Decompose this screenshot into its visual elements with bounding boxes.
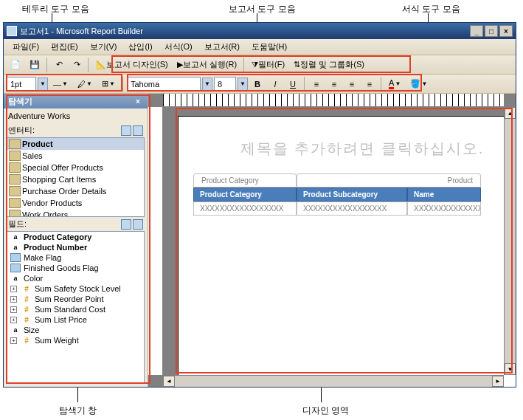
entity-item[interactable]: Work Orders (7, 209, 144, 217)
align-left-button[interactable]: ≡ (308, 77, 325, 92)
entity-item[interactable]: Shopping Cart Items (7, 173, 144, 185)
new-button[interactable]: 📄 (7, 58, 24, 72)
horizontal-ruler (163, 94, 504, 107)
title-placeholder[interactable]: 제목을 추가하려면 클릭하십시오. (179, 117, 516, 166)
explorer-close-icon[interactable]: × (133, 96, 143, 106)
entity-item[interactable]: Vendor Products (7, 197, 144, 209)
fields-view2-icon[interactable] (133, 219, 143, 230)
design-canvas: 제목을 추가하려면 클릭하십시오. Product Category Produ… (148, 94, 516, 387)
menubar: 파일(F) 편집(E) 보기(V) 삽입(I) 서식(O) 보고서(R) 도움말… (4, 39, 516, 55)
align-right-button[interactable]: ≡ (344, 77, 360, 92)
entity-list[interactable]: Product Sales Special Offer Products Sho… (7, 137, 145, 217)
border-color-button[interactable]: 🖊▼ (74, 77, 97, 92)
field-item[interactable]: aColor (7, 273, 144, 283)
fields-label-row: 필드: (4, 217, 148, 231)
field-item[interactable]: Make Flag (7, 252, 144, 263)
data-cell[interactable]: XXXXXXXXXXXXXXXXX (193, 202, 297, 216)
entity-item[interactable]: Purchase Order Details (7, 185, 144, 197)
menu-help[interactable]: 도움말(H) (246, 40, 293, 54)
entity-view-icon[interactable] (121, 125, 131, 136)
callout-design-area: 디자인 영역 (302, 404, 349, 417)
filter-button[interactable]: ⧩필터(F) (248, 58, 288, 72)
standard-toolbar: 📄 💾 ↶ ↷ 📐보고서 디자인(S) ▶보고서 실행(R) ⧩필터(F) ⇅정… (4, 55, 516, 75)
border-width-arrow[interactable]: ▼ (38, 78, 48, 91)
field-item[interactable]: aSize (7, 325, 144, 335)
menu-file[interactable]: 파일(F) (7, 40, 45, 54)
run-button[interactable]: ▶보고서 실행(R) (173, 58, 240, 72)
sort-group-button[interactable]: ⇅정렬 및 그룹화(S) (290, 58, 368, 72)
explorer-titlebar: 탐색기 × (4, 94, 148, 109)
format-toolbar-row: 1pt ▼ —▼ 🖊▼ ⊞▼ Tahoma ▼ 8 ▼ B I U ≡ ≡ ≡ … (4, 75, 516, 94)
italic-button[interactable]: I (267, 77, 283, 92)
entity-label-row: 엔터티: (4, 123, 148, 137)
close-button[interactable]: × (499, 25, 513, 37)
callout-explorer: 탐색기 창 (59, 404, 97, 417)
vertical-scrollbar[interactable]: ▲ ▼ (504, 107, 516, 375)
menu-edit[interactable]: 편집(E) (45, 40, 84, 54)
explorer-title: 탐색기 (8, 96, 32, 107)
data-cell[interactable]: XXXXXXXXXXXXXXX (407, 202, 481, 216)
design-button[interactable]: 📐보고서 디자인(S) (92, 58, 172, 72)
field-item[interactable]: aProduct Number (7, 242, 144, 252)
entity-label: 엔터티: (8, 125, 35, 136)
menu-format[interactable]: 서식(O) (159, 40, 198, 54)
callout-report-toolbar: 보고서 도구 모음 (229, 3, 296, 16)
design-surface[interactable]: 제목을 추가하려면 클릭하십시오. Product Category Produ… (178, 116, 516, 387)
border-sides-button[interactable]: ⊞▼ (98, 77, 120, 92)
explorer-pane: 탐색기 × Adventure Works 엔터티: Product Sales… (4, 94, 148, 387)
group-header[interactable]: Product (297, 173, 481, 187)
fill-color-button[interactable]: 🪣▼ (406, 77, 432, 92)
field-item[interactable]: +Sum Safety Stock Level (7, 283, 144, 294)
data-cell[interactable]: XXXXXXXXXXXXXXXXX (297, 202, 407, 216)
column-header[interactable]: Name (407, 187, 481, 202)
save-button[interactable]: 💾 (26, 58, 44, 72)
explorer-datasource: Adventure Works (4, 109, 148, 123)
field-item[interactable]: +Sum List Price (7, 314, 144, 325)
app-window: 보고서1 - Microsoft Report Builder _ □ × 파일… (3, 22, 516, 388)
callout-format-toolbar: 서식 도구 모음 (402, 3, 460, 16)
group-header[interactable]: Product Category (193, 173, 297, 187)
maximize-button[interactable]: □ (485, 25, 498, 37)
field-item[interactable]: Finished Goods Flag (7, 263, 144, 273)
border-style-button[interactable]: —▼ (49, 77, 72, 92)
border-width-combo[interactable]: 1pt (7, 77, 36, 92)
titlebar: 보고서1 - Microsoft Report Builder _ □ × (4, 23, 516, 39)
font-color-button[interactable]: A▼ (385, 77, 405, 92)
menu-report[interactable]: 보고서(R) (198, 40, 246, 54)
app-icon (7, 26, 17, 36)
bold-button[interactable]: B (249, 77, 266, 92)
fontsize-combo[interactable]: 8 (214, 77, 236, 92)
redo-button[interactable]: ↷ (69, 58, 85, 72)
align-justify-button[interactable]: ≡ (361, 77, 378, 92)
horizontal-scrollbar[interactable]: ◄ ► (163, 375, 504, 387)
field-item[interactable]: +Sum Reorder Point (7, 294, 144, 304)
fields-list[interactable]: aProduct Category aProduct Number Make F… (7, 231, 145, 384)
entity-view2-icon[interactable] (133, 125, 143, 136)
menu-view[interactable]: 보기(V) (84, 40, 123, 54)
undo-button[interactable]: ↶ (51, 58, 67, 72)
window-title: 보고서1 - Microsoft Report Builder (20, 26, 468, 37)
vertical-ruler (148, 107, 163, 375)
underline-button[interactable]: U (285, 77, 301, 92)
fields-label: 필드: (8, 218, 27, 230)
field-item[interactable]: aProduct Category (7, 232, 144, 242)
minimize-button[interactable]: _ (470, 25, 483, 37)
menu-insert[interactable]: 삽입(I) (122, 40, 158, 54)
report-table[interactable]: Product Category Product Product Categor… (193, 173, 516, 216)
column-header[interactable]: Product Subcategory (297, 187, 407, 202)
entity-item[interactable]: Sales (7, 150, 144, 162)
callout-border-toolbar: 테두리 도구 모음 (22, 3, 89, 16)
font-arrow[interactable]: ▼ (202, 78, 212, 91)
font-combo[interactable]: Tahoma (127, 77, 201, 92)
fields-view-icon[interactable] (121, 219, 131, 230)
field-item[interactable]: +Sum Weight (7, 335, 144, 345)
field-item[interactable]: +Sum Standard Cost (7, 304, 144, 314)
fontsize-arrow[interactable]: ▼ (238, 78, 248, 91)
align-center-button[interactable]: ≡ (326, 77, 342, 92)
entity-item[interactable]: Special Offer Products (7, 162, 144, 173)
entity-item[interactable]: Product (7, 138, 144, 150)
column-header[interactable]: Product Category (193, 187, 297, 202)
